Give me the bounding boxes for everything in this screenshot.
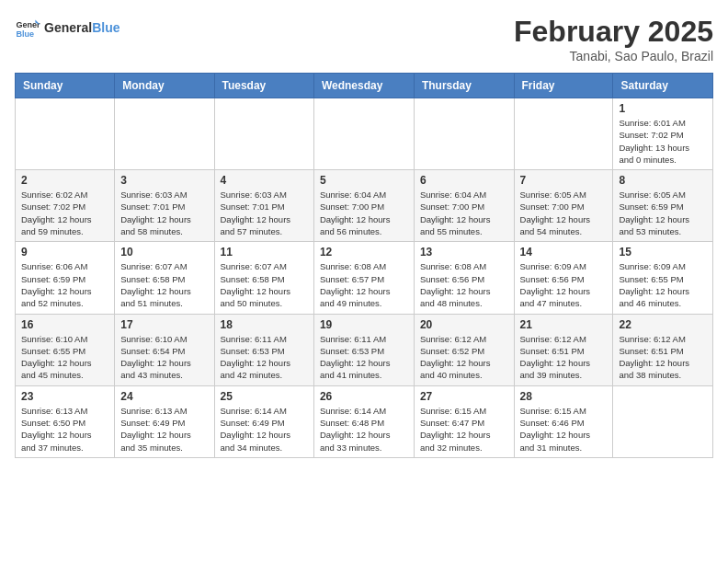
day-number: 1 xyxy=(619,102,707,115)
day-number: 21 xyxy=(520,318,608,331)
page-header: General Blue GeneralBlue February 2025 T… xyxy=(15,15,713,63)
calendar-week-row: 1Sunrise: 6:01 AM Sunset: 7:02 PM Daylig… xyxy=(16,98,713,170)
day-info: Sunrise: 6:10 AM Sunset: 6:54 PM Dayligh… xyxy=(120,333,208,382)
day-info: Sunrise: 6:04 AM Sunset: 7:00 PM Dayligh… xyxy=(420,189,508,237)
calendar-week-row: 2Sunrise: 6:02 AM Sunset: 7:02 PM Daylig… xyxy=(16,170,713,242)
day-number: 9 xyxy=(21,246,108,259)
calendar-cell: 17Sunrise: 6:10 AM Sunset: 6:54 PM Dayli… xyxy=(115,314,214,385)
day-number: 10 xyxy=(120,246,208,259)
calendar-cell xyxy=(16,98,115,170)
calendar-cell: 28Sunrise: 6:15 AM Sunset: 6:46 PM Dayli… xyxy=(514,385,613,457)
day-number: 24 xyxy=(120,390,208,403)
day-number: 17 xyxy=(120,318,208,331)
day-info: Sunrise: 6:14 AM Sunset: 6:48 PM Dayligh… xyxy=(320,405,408,454)
day-info: Sunrise: 6:11 AM Sunset: 6:53 PM Dayligh… xyxy=(320,333,408,382)
calendar-cell: 25Sunrise: 6:14 AM Sunset: 6:49 PM Dayli… xyxy=(214,385,313,457)
day-info: Sunrise: 6:13 AM Sunset: 6:49 PM Dayligh… xyxy=(120,405,208,454)
day-number: 22 xyxy=(619,318,707,331)
weekday-header-monday: Monday xyxy=(115,74,214,98)
calendar-cell xyxy=(115,98,214,170)
day-info: Sunrise: 6:09 AM Sunset: 6:55 PM Dayligh… xyxy=(619,260,707,309)
calendar-cell: 24Sunrise: 6:13 AM Sunset: 6:49 PM Dayli… xyxy=(115,385,214,457)
weekday-header-saturday: Saturday xyxy=(613,74,713,98)
day-number: 27 xyxy=(420,390,508,403)
day-number: 16 xyxy=(21,318,108,331)
calendar-header-row: SundayMondayTuesdayWednesdayThursdayFrid… xyxy=(16,74,713,98)
day-info: Sunrise: 6:04 AM Sunset: 7:00 PM Dayligh… xyxy=(320,189,408,237)
calendar-cell: 13Sunrise: 6:08 AM Sunset: 6:56 PM Dayli… xyxy=(414,242,514,314)
calendar-cell xyxy=(514,98,613,170)
calendar-cell: 23Sunrise: 6:13 AM Sunset: 6:50 PM Dayli… xyxy=(16,385,115,457)
day-number: 14 xyxy=(520,246,608,259)
day-number: 8 xyxy=(619,174,707,187)
calendar-cell: 15Sunrise: 6:09 AM Sunset: 6:55 PM Dayli… xyxy=(613,242,713,314)
day-number: 11 xyxy=(221,246,308,259)
day-info: Sunrise: 6:15 AM Sunset: 6:46 PM Dayligh… xyxy=(520,405,608,454)
weekday-header-tuesday: Tuesday xyxy=(214,74,313,98)
day-number: 18 xyxy=(221,318,308,331)
day-number: 6 xyxy=(420,174,508,187)
logo-blue: Blue xyxy=(92,20,119,35)
day-number: 5 xyxy=(320,174,408,187)
svg-text:Blue: Blue xyxy=(16,29,34,39)
logo-general: General xyxy=(44,20,92,35)
day-info: Sunrise: 6:10 AM Sunset: 6:55 PM Dayligh… xyxy=(21,333,108,382)
calendar-cell xyxy=(414,98,514,170)
day-number: 7 xyxy=(520,174,608,187)
calendar-cell: 6Sunrise: 6:04 AM Sunset: 7:00 PM Daylig… xyxy=(414,170,514,242)
calendar-cell: 4Sunrise: 6:03 AM Sunset: 7:01 PM Daylig… xyxy=(214,170,313,242)
calendar-week-row: 23Sunrise: 6:13 AM Sunset: 6:50 PM Dayli… xyxy=(16,385,713,457)
weekday-header-friday: Friday xyxy=(514,74,613,98)
calendar-cell: 19Sunrise: 6:11 AM Sunset: 6:53 PM Dayli… xyxy=(313,314,414,385)
day-number: 20 xyxy=(420,318,508,331)
day-info: Sunrise: 6:08 AM Sunset: 6:57 PM Dayligh… xyxy=(320,260,408,309)
weekday-header-thursday: Thursday xyxy=(414,74,514,98)
calendar-cell: 27Sunrise: 6:15 AM Sunset: 6:47 PM Dayli… xyxy=(414,385,514,457)
day-info: Sunrise: 6:08 AM Sunset: 6:56 PM Dayligh… xyxy=(420,260,508,309)
location-subtitle: Tanabi, Sao Paulo, Brazil xyxy=(514,49,713,63)
day-info: Sunrise: 6:13 AM Sunset: 6:50 PM Dayligh… xyxy=(21,405,108,454)
day-info: Sunrise: 6:12 AM Sunset: 6:51 PM Dayligh… xyxy=(619,333,707,382)
calendar-cell: 21Sunrise: 6:12 AM Sunset: 6:51 PM Dayli… xyxy=(514,314,613,385)
logo: General Blue GeneralBlue xyxy=(15,15,119,40)
calendar-cell: 5Sunrise: 6:04 AM Sunset: 7:00 PM Daylig… xyxy=(313,170,414,242)
day-number: 13 xyxy=(420,246,508,259)
calendar-cell: 14Sunrise: 6:09 AM Sunset: 6:56 PM Dayli… xyxy=(514,242,613,314)
calendar-cell: 18Sunrise: 6:11 AM Sunset: 6:53 PM Dayli… xyxy=(214,314,313,385)
day-info: Sunrise: 6:03 AM Sunset: 7:01 PM Dayligh… xyxy=(221,189,308,237)
day-number: 25 xyxy=(221,390,308,403)
day-number: 26 xyxy=(320,390,408,403)
calendar-week-row: 9Sunrise: 6:06 AM Sunset: 6:59 PM Daylig… xyxy=(16,242,713,314)
day-info: Sunrise: 6:12 AM Sunset: 6:52 PM Dayligh… xyxy=(420,333,508,382)
day-number: 23 xyxy=(21,390,108,403)
day-number: 28 xyxy=(520,390,608,403)
weekday-header-sunday: Sunday xyxy=(16,74,115,98)
calendar-cell: 3Sunrise: 6:03 AM Sunset: 7:01 PM Daylig… xyxy=(115,170,214,242)
calendar-cell: 22Sunrise: 6:12 AM Sunset: 6:51 PM Dayli… xyxy=(613,314,713,385)
day-number: 3 xyxy=(120,174,208,187)
calendar-cell xyxy=(313,98,414,170)
day-info: Sunrise: 6:12 AM Sunset: 6:51 PM Dayligh… xyxy=(520,333,608,382)
calendar-cell: 20Sunrise: 6:12 AM Sunset: 6:52 PM Dayli… xyxy=(414,314,514,385)
day-info: Sunrise: 6:14 AM Sunset: 6:49 PM Dayligh… xyxy=(221,405,308,454)
day-number: 12 xyxy=(320,246,408,259)
day-info: Sunrise: 6:11 AM Sunset: 6:53 PM Dayligh… xyxy=(221,333,308,382)
calendar-cell xyxy=(613,385,713,457)
month-title: February 2025 xyxy=(514,15,713,49)
day-number: 2 xyxy=(21,174,108,187)
day-info: Sunrise: 6:01 AM Sunset: 7:02 PM Dayligh… xyxy=(619,117,707,166)
calendar-cell: 1Sunrise: 6:01 AM Sunset: 7:02 PM Daylig… xyxy=(613,98,713,170)
calendar-cell: 11Sunrise: 6:07 AM Sunset: 6:58 PM Dayli… xyxy=(214,242,313,314)
day-number: 15 xyxy=(619,246,707,259)
day-number: 19 xyxy=(320,318,408,331)
calendar-cell: 9Sunrise: 6:06 AM Sunset: 6:59 PM Daylig… xyxy=(16,242,115,314)
calendar-cell: 26Sunrise: 6:14 AM Sunset: 6:48 PM Dayli… xyxy=(313,385,414,457)
calendar-table: SundayMondayTuesdayWednesdayThursdayFrid… xyxy=(15,73,713,458)
day-info: Sunrise: 6:15 AM Sunset: 6:47 PM Dayligh… xyxy=(420,405,508,454)
calendar-cell: 16Sunrise: 6:10 AM Sunset: 6:55 PM Dayli… xyxy=(16,314,115,385)
calendar-cell: 10Sunrise: 6:07 AM Sunset: 6:58 PM Dayli… xyxy=(115,242,214,314)
day-number: 4 xyxy=(221,174,308,187)
day-info: Sunrise: 6:03 AM Sunset: 7:01 PM Dayligh… xyxy=(120,189,208,237)
day-info: Sunrise: 6:05 AM Sunset: 7:00 PM Dayligh… xyxy=(520,189,608,237)
day-info: Sunrise: 6:07 AM Sunset: 6:58 PM Dayligh… xyxy=(120,260,208,309)
